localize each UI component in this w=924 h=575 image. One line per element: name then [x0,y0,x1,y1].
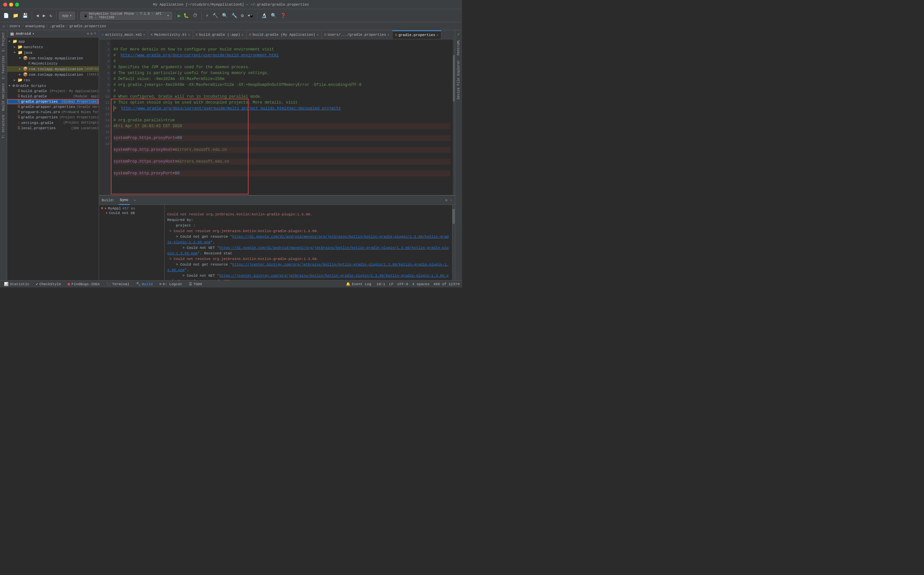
avd-button[interactable]: 📲 [246,12,254,19]
tab-activity-main[interactable]: X activity_main.xml ✕ [99,30,148,39]
minimize-icon[interactable]: — [450,198,452,202]
sidebar-item-project[interactable]: 1: Project [0,30,6,54]
tree-item-gradle-properties-global[interactable]: G gradle.properties (Global Properties) [7,99,99,104]
sidebar-item-device-file[interactable]: Device File Explorer [456,58,462,101]
indent-label[interactable]: 4 spaces [412,282,430,286]
bread-file[interactable]: gradle.properties [70,24,106,28]
toolbar-icon-file[interactable]: 📄 [2,12,10,19]
toolbar-icon-save[interactable]: 💾 [21,12,29,19]
proguard-icon: P [18,110,20,114]
project-scope-icon[interactable]: ⊕ [87,32,89,36]
tree-item-res[interactable]: ▶ 📂 res [7,77,99,83]
editor-content[interactable]: 1 2 3 4 5 6 7 8 9 10 11 12 13 14 15 16 1 [99,39,453,195]
close-icon[interactable]: ✕ [143,33,145,37]
tree-item-app[interactable]: ▼ 📁 app [7,39,99,44]
maximize-button[interactable] [15,3,19,6]
sync-close-icon[interactable]: ✕ [134,199,136,202]
bread-gradle[interactable]: .gradle [49,24,65,28]
tree-item-manifests[interactable]: ▶ 📂 manifests [7,44,99,50]
tab-build-gradle-app[interactable]: G build.gradle (:app) ✕ [193,30,246,39]
close-button[interactable] [3,3,7,6]
close-icon[interactable]: ✕ [437,33,438,37]
vertical-scrollbar[interactable] [453,39,455,195]
tree-item-build-gradle-module[interactable]: G build.gradle (Module: app) [7,94,99,99]
close-icon[interactable]: ✕ [387,33,389,37]
refactor-button[interactable]: 🔧 [230,12,238,19]
tree-item-proguard[interactable]: P proguard-rules.pro (ProGuard Rules for… [7,110,99,115]
sidebar-item-favorites[interactable]: 2: Favorites [0,54,6,81]
status-tab-todo[interactable]: ☰ TODO [187,282,203,286]
help-button[interactable]: ❓ [279,12,287,19]
sdk-button[interactable]: 🔬 [260,12,268,19]
tree-item-gradle-scripts[interactable]: ▼ ⚙ Gradle Scripts [7,83,99,89]
status-tab-build[interactable]: 🔨 Build [135,282,154,286]
gradle-button[interactable]: ⚙ [240,12,245,19]
tab-build-gradle-myapp[interactable]: G build.gradle (My Application) ✕ [246,30,322,39]
tab-gradle-properties[interactable]: G gradle.properties ✕ [392,30,442,39]
toolbar-icon-refresh[interactable]: ↻ [48,12,54,19]
check-icon[interactable]: ✓ [457,32,460,37]
editor-tabs: X activity_main.xml ✕ K MainActivity.kt … [99,30,455,39]
encoding[interactable]: UTF-8 [397,282,408,286]
expand-icon: ▼ [8,84,13,87]
debug-button[interactable]: 🐛 [182,12,190,19]
project-settings-icon[interactable]: ⚙ [90,32,93,36]
status-tab-checkstyle[interactable]: ✔ CheckStyle [35,282,62,286]
code-editor[interactable]: ## For more details on how to configure … [111,39,453,195]
scroll-thumb[interactable] [453,55,455,102]
project-gear-icon[interactable]: ≡ [94,32,96,36]
build-content: ▼ ● MyAppl 457 ms ● Could not GE Could n… [99,205,455,280]
close-icon[interactable]: ✕ [188,33,190,37]
tree-item-package-androidtest[interactable]: ▶ 📦 com.toolapp.myapplication (androidTe… [7,66,99,72]
checkstyle-icon: ✔ [36,282,38,286]
tree-item-java[interactable]: ▼ 📁 java [7,50,99,56]
status-tab-terminal[interactable]: ⬛ Terminal [105,282,131,286]
project-toolbar-icons: ⊕ ⚙ ≡ [87,32,96,36]
tab-mainactivity[interactable]: K MainActivity.kt ✕ [148,30,193,39]
status-tab-statistic[interactable]: 📊 Statistic [3,282,30,286]
bread-users[interactable]: Users [10,24,20,28]
tree-item-build-gradle-project[interactable]: G build.gradle (Project: My Application) [7,89,99,94]
analyze-button[interactable]: 🔍 [221,12,229,19]
app-selector[interactable]: app ▾ [59,12,75,20]
tree-item-local-properties[interactable]: G local.properties (SDK Location) [7,125,99,131]
device-selector[interactable]: 📱 Genymotion Custom Phone - 7.1.0 - API … [80,12,172,20]
sidebar-item-structure[interactable]: 7: Structure [0,113,6,140]
tree-item-package-test[interactable]: ▶ 📦 com.toolapp.myapplication (test) [7,72,99,77]
status-tab-logcat[interactable]: ≡ 6: Logcat [158,282,184,286]
folder-icon: 📂 [18,78,22,83]
close-icon[interactable]: ✕ [317,33,319,37]
status-tab-findbugs[interactable]: FindBugs-IDEA [66,282,101,286]
tree-item-settings-gradle[interactable]: ☆ settings.gradle (Project Settings) [7,120,99,125]
build-tree-item-myapp[interactable]: ▼ ● MyAppl 457 ms [100,206,163,211]
tree-item-gradle-wrapper[interactable]: G gradle-wrapper.properties (Gradle Vers… [7,104,99,110]
bread-home-icon[interactable]: ⌂ [3,24,5,28]
build-button[interactable]: 🔨 [211,12,219,19]
status-event-log[interactable]: 🔔 Event Log [345,282,373,286]
bread-anweiyang[interactable]: anweiyang [25,24,44,28]
tree-item-mainactivity[interactable]: K MainActivity [7,61,99,66]
sidebar-item-pentrxml[interactable]: PentruML [456,38,462,57]
run-button[interactable]: ▶ [178,13,181,19]
toolbar-icon-back[interactable]: ◀ [35,12,40,19]
build-scroll-thumb[interactable] [452,209,455,224]
sidebar-item-build-variants[interactable]: Build Variants [0,81,6,113]
minimize-button[interactable] [9,3,13,6]
sync-button[interactable]: ⚡ [204,12,210,19]
toolbar-icon-folder[interactable]: 📁 [11,12,20,19]
chevron-down-icon: ▾ [167,13,169,18]
kotlin-icon: K [151,33,153,37]
project-panel: 🤖 Android ▾ ⊕ ⚙ ≡ ▼ 📁 app ▶ 📂 manifests [7,30,99,280]
tab-sync[interactable]: Sync [119,196,130,205]
tree-item-package-main[interactable]: ▼ 📦 com.toolapp.myapplication [7,56,99,61]
build-scrollbar[interactable] [452,205,455,280]
tab-users-gradle-properties[interactable]: G Users/.../gradle.properties ✕ [322,30,392,39]
toolbar-icon-forward[interactable]: ▶ [41,12,46,19]
close-icon[interactable]: ✕ [242,33,244,37]
tree-item-gradle-properties-project[interactable]: G gradle.properties (Project Properties) [7,115,99,120]
search-button[interactable]: 🔍 [270,12,278,19]
line-ending[interactable]: LF [389,282,394,286]
build-tree-item-error[interactable]: ● Could not GE [100,211,163,215]
profile-button[interactable]: ⏱ [192,13,199,19]
settings-icon[interactable]: ⚙ [445,198,448,202]
